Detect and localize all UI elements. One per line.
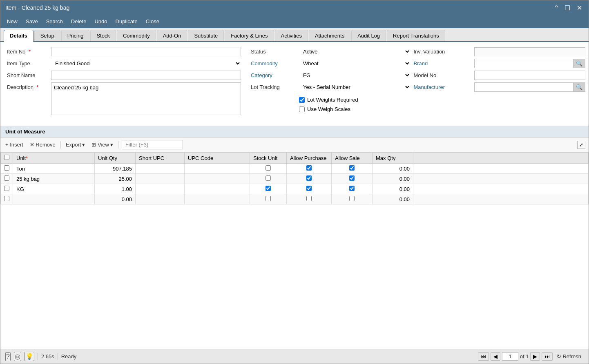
- minimize-button[interactable]: ^: [553, 4, 560, 12]
- short-name-field: [51, 71, 241, 80]
- row-extra-2: [413, 184, 589, 194]
- row-unit-3: [13, 194, 95, 204]
- category-label[interactable]: Category: [251, 72, 296, 78]
- item-no-row: Item No * Cleaned 25 kg bag: [7, 47, 241, 56]
- title-bar: Item - Cleaned 25 kg bag ^ ☐ ✕: [0, 0, 589, 15]
- category-select[interactable]: FG RM SVC: [299, 71, 411, 80]
- menu-bar: NewSaveSearchDeleteUndoDuplicateClose: [0, 15, 589, 28]
- table-row: 0.00 0.00: [1, 194, 589, 204]
- item-no-field: Cleaned 25 kg bag: [51, 47, 241, 56]
- row-upc-2: [185, 184, 250, 194]
- view-button[interactable]: ⊞ View ▾: [90, 141, 115, 149]
- lot-weights-required-checkbox[interactable]: [299, 97, 305, 103]
- tab-substitute[interactable]: Substitute: [188, 30, 224, 41]
- lot-tracking-select[interactable]: Yes - Serial Number Yes - Lot Number No: [299, 82, 411, 92]
- row-allow-sale-0: [332, 164, 373, 174]
- tab-audit_log[interactable]: Audit Log: [351, 30, 386, 41]
- row-allow-sale-checkbox-0[interactable]: [349, 165, 355, 171]
- use-weigh-scales-checkbox[interactable]: [299, 107, 305, 112]
- tab-commodity[interactable]: Commodity: [117, 30, 156, 41]
- inv-valuation-input[interactable]: Lot Level: [474, 47, 586, 56]
- inv-valuation-field: Lot Level: [474, 47, 586, 56]
- row-allow-purchase-3: [287, 194, 332, 204]
- menu-item-undo[interactable]: Undo: [91, 17, 110, 26]
- title-bar-controls: ^ ☐ ✕: [553, 4, 584, 12]
- menu-item-save[interactable]: Save: [22, 17, 41, 26]
- row-checkbox-3[interactable]: [4, 196, 9, 201]
- tab-pricing[interactable]: Pricing: [61, 30, 90, 41]
- row-allow-purchase-checkbox-0[interactable]: [306, 165, 312, 171]
- short-name-input[interactable]: [51, 71, 241, 80]
- tab-report_translations[interactable]: Report Translations: [387, 30, 445, 41]
- window-title: Item - Cleaned 25 kg bag: [5, 4, 69, 11]
- manufacturer-input[interactable]: [475, 83, 573, 91]
- menu-item-new[interactable]: New: [4, 17, 21, 26]
- nav-prev-button[interactable]: ◀: [491, 352, 500, 361]
- description-label: Description *: [7, 82, 48, 90]
- row-allow-sale-checkbox-3[interactable]: [349, 196, 355, 201]
- row-allow-purchase-1: [287, 174, 332, 184]
- item-no-input[interactable]: Cleaned 25 kg bag: [51, 47, 241, 56]
- row-stock-checkbox-3[interactable]: [265, 196, 271, 201]
- tab-setup[interactable]: Setup: [34, 30, 60, 41]
- manufacturer-search-button[interactable]: 🔍: [573, 83, 585, 91]
- view-label: ⊞ View: [91, 142, 109, 148]
- select-all-checkbox[interactable]: [4, 155, 9, 160]
- remove-button[interactable]: ✕ Remove: [28, 141, 57, 149]
- globe-button[interactable]: ◎: [14, 352, 21, 361]
- nav-next-button[interactable]: ▶: [530, 352, 540, 361]
- nav-last-button[interactable]: ⏭: [542, 352, 553, 361]
- maximize-button[interactable]: ☐: [563, 4, 572, 12]
- brand-label[interactable]: Brand: [414, 60, 471, 67]
- brand-search-button[interactable]: 🔍: [573, 59, 585, 68]
- tab-attachments[interactable]: Attachments: [309, 30, 350, 41]
- row-allow-purchase-checkbox-1[interactable]: [306, 175, 312, 181]
- help-button[interactable]: ?: [5, 352, 11, 361]
- row-allow-sale-2: [332, 184, 373, 194]
- model-no-input[interactable]: [474, 71, 586, 80]
- row-allow-sale-checkbox-2[interactable]: [349, 186, 355, 191]
- filter-input[interactable]: [122, 140, 183, 149]
- item-type-select[interactable]: Finished Good Raw Material Service: [51, 59, 241, 68]
- description-textarea[interactable]: Cleaned 25 kg bag: [51, 82, 241, 115]
- tab-factory_lines[interactable]: Factory & Lines: [225, 30, 274, 41]
- menu-item-delete[interactable]: Delete: [68, 17, 90, 26]
- row-unit-0: Ton: [13, 164, 95, 174]
- tab-stock[interactable]: Stock: [90, 30, 116, 41]
- commodity-select[interactable]: Wheat Corn Soy: [299, 59, 411, 68]
- row-stock-checkbox-2[interactable]: [265, 186, 271, 191]
- expand-button[interactable]: ⤢: [577, 141, 585, 149]
- manufacturer-label[interactable]: Manufacturer: [414, 84, 471, 90]
- row-allow-purchase-checkbox-2[interactable]: [306, 186, 312, 191]
- nav-first-button[interactable]: ⏮: [478, 352, 489, 361]
- tab-addon[interactable]: Add-On: [157, 30, 187, 41]
- commodity-label[interactable]: Commodity: [251, 60, 296, 67]
- col-header-stock-unit: Stock Unit: [250, 153, 287, 164]
- status-select[interactable]: Active Inactive: [299, 47, 411, 56]
- row-max-qty-2: 0.00: [373, 184, 413, 194]
- brand-input[interactable]: [475, 59, 573, 68]
- tab-activities[interactable]: Activities: [275, 30, 308, 41]
- bulb-button[interactable]: 💡: [25, 352, 34, 361]
- row-allow-sale-checkbox-1[interactable]: [349, 175, 355, 181]
- menu-item-duplicate[interactable]: Duplicate: [112, 17, 141, 26]
- row-unit-qty-1: 25.00: [95, 174, 136, 184]
- uom-toolbar: + Insert ✕ Remove Export ▾ ⊞ View ▾ ⤢: [0, 138, 589, 152]
- row-checkbox-2[interactable]: [4, 186, 9, 191]
- refresh-button[interactable]: ↻ Refresh: [554, 353, 584, 360]
- row-stock-checkbox-1[interactable]: [265, 175, 271, 181]
- menu-item-close[interactable]: Close: [143, 17, 163, 26]
- table-row: KG 1.00 0.00: [1, 184, 589, 194]
- row-extra-1: [413, 174, 589, 184]
- use-weigh-scales-row: Use Weigh Scales: [299, 105, 411, 113]
- row-stock-checkbox-0[interactable]: [265, 165, 271, 171]
- insert-button[interactable]: + Insert: [4, 141, 25, 149]
- close-button[interactable]: ✕: [575, 4, 584, 12]
- menu-item-search[interactable]: Search: [43, 17, 66, 26]
- export-button[interactable]: Export ▾: [64, 141, 87, 149]
- row-allow-purchase-checkbox-3[interactable]: [306, 196, 312, 201]
- tab-details[interactable]: Details: [4, 30, 33, 42]
- page-number-input[interactable]: [502, 352, 518, 361]
- row-checkbox-1[interactable]: [4, 175, 9, 181]
- row-checkbox-0[interactable]: [4, 165, 9, 171]
